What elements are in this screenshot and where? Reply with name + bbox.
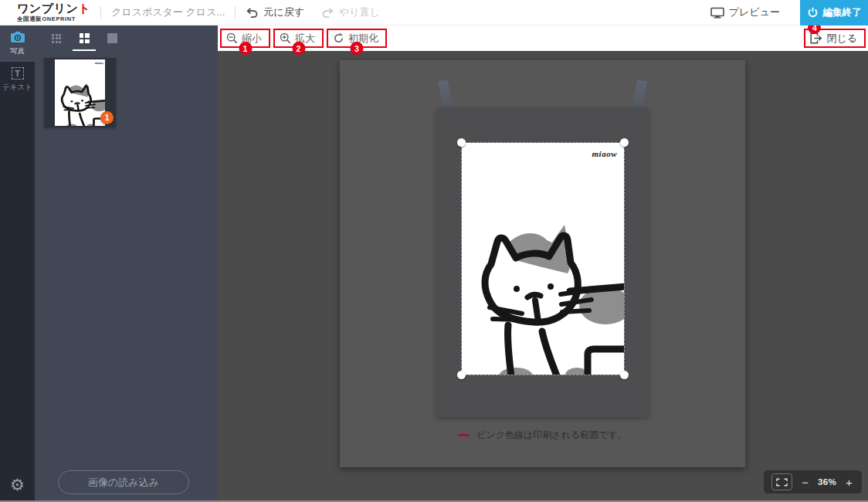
thumbnail-size-switcher	[35, 25, 218, 51]
redo-button[interactable]: やり直し	[321, 5, 380, 19]
grid-medium-icon[interactable]	[70, 25, 98, 51]
load-image-button[interactable]: 画像の読み込み	[58, 470, 189, 494]
refresh-icon	[333, 32, 344, 44]
redo-icon	[321, 7, 334, 19]
preview-label: プレビュー	[729, 5, 780, 19]
sidebar-tab-text-label: テキスト	[2, 83, 32, 93]
thumbnail-image: miaow	[55, 59, 105, 126]
fit-to-screen-button[interactable]	[771, 473, 792, 490]
camera-icon	[10, 31, 25, 43]
settings-gear-icon[interactable]: ⚙	[0, 468, 35, 502]
document-title: クロスポスター クロス...	[111, 5, 225, 19]
print-image-area[interactable]: miaow	[462, 143, 624, 375]
zoom-in-button[interactable]: 拡大 2	[273, 29, 324, 48]
redo-label: やり直し	[339, 5, 380, 19]
resize-handle-bottom-left[interactable]	[457, 371, 466, 379]
print-range-note: ピンク色線は印刷される範囲です。	[340, 429, 745, 442]
finish-label: 編集終了	[823, 6, 862, 19]
rail-spacer	[0, 98, 35, 468]
work-area[interactable]: miaow ピンク色線は印刷される範囲です。 −	[218, 51, 868, 502]
topbar-right: プレビュー 編集終了	[710, 0, 868, 25]
artboard: miaow ピンク色線は印刷される範囲です。	[340, 60, 745, 467]
sidebar-tab-photo[interactable]: 写真	[0, 25, 35, 62]
fit-to-screen-icon	[776, 478, 788, 487]
cat-drawing	[462, 143, 624, 375]
photo-panel: miaow	[35, 25, 218, 502]
thumbnail-brand-text: miaow	[95, 61, 103, 65]
zoom-control-bar: − 36% +	[764, 470, 862, 494]
resize-handle-top-right[interactable]	[620, 138, 629, 147]
undo-button[interactable]: 元に戻す	[246, 5, 304, 19]
pink-line-swatch	[458, 434, 470, 436]
undo-icon	[246, 7, 259, 19]
close-button[interactable]: 閉じる 4	[804, 29, 866, 48]
reset-button[interactable]: 初期化 3	[327, 29, 387, 48]
undo-label: 元に戻す	[263, 5, 304, 19]
exit-door-icon	[810, 32, 822, 44]
resize-handle-bottom-right[interactable]	[620, 371, 629, 379]
zoom-plus-button[interactable]: +	[844, 477, 854, 488]
magnifier-minus-icon	[226, 32, 238, 44]
editor-content: 縮小 1 拡大 2 初期化 3 閉じる	[218, 25, 868, 502]
tool-rail: 写真 T テキスト ⚙	[0, 25, 35, 502]
preview-button[interactable]: プレビュー	[710, 5, 780, 19]
canvas-toolbar: 縮小 1 拡大 2 初期化 3 閉じる	[218, 25, 868, 51]
grid-large-icon[interactable]	[98, 25, 126, 51]
close-label: 閉じる	[826, 32, 857, 46]
logo-title: ワンプリント	[17, 2, 90, 15]
annotation-badge-2: 2	[292, 42, 305, 55]
annotation-badge-1: 1	[239, 42, 252, 55]
text-tool-icon: T	[12, 67, 24, 80]
poster-brand-text: miaow	[592, 149, 617, 158]
cat-drawing-thumb	[55, 59, 105, 126]
logo-subtitle: 全国通販ONEPRINT	[17, 16, 90, 22]
grid-small-icon[interactable]	[42, 25, 70, 51]
preview-monitor-icon	[710, 7, 724, 19]
print-range-note-text: ピンク色線は印刷される範囲です。	[476, 429, 627, 442]
resize-handle-top-left[interactable]	[457, 138, 466, 147]
image-thumbnail[interactable]: miaow	[44, 58, 116, 127]
sidebar-tab-photo-label: 写真	[10, 46, 25, 56]
zoom-minus-button[interactable]: −	[800, 477, 810, 488]
app-logo[interactable]: ワンプリント 全国通販ONEPRINT	[17, 2, 90, 22]
zoom-percentage: 36%	[818, 477, 836, 487]
main-area: 写真 T テキスト ⚙ miaow	[0, 25, 868, 502]
sidebar-tab-text[interactable]: T テキスト	[0, 62, 35, 98]
topbar: ワンプリント 全国通販ONEPRINT クロスポスター クロス... 元に戻す …	[0, 0, 868, 25]
power-icon	[807, 7, 819, 19]
divider	[235, 6, 236, 19]
thumbnail-count-badge: 1	[100, 111, 114, 124]
divider	[100, 6, 101, 19]
zoom-out-button[interactable]: 縮小 1	[220, 29, 270, 48]
annotation-badge-3: 3	[351, 42, 364, 55]
magnifier-plus-icon	[280, 32, 291, 44]
finish-editing-button[interactable]: 編集終了	[800, 0, 868, 25]
